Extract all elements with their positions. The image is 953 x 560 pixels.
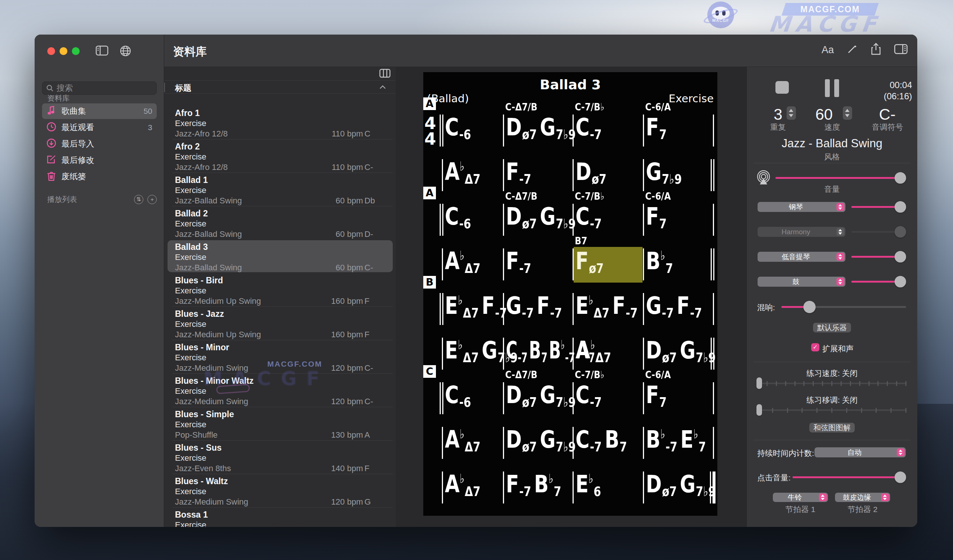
list-header-title-column[interactable]: 标题 [164,80,396,94]
song-row[interactable]: Ballad 2ExerciseJazz-Ballad Swing60 bpmD… [164,206,396,240]
minimize-window-button[interactable] [60,47,67,55]
row-separator [172,507,393,507]
repeats-stepper[interactable] [787,106,796,120]
song-row[interactable]: Ballad 1ExerciseJazz-Ballad Swing60 bpmD… [164,173,396,206]
chord-chart[interactable]: Ballad 3 (Ballad) Exercise A44C-6C-Δ7/BD… [423,72,717,516]
master-volume-slider[interactable] [775,177,906,179]
chord-quality: 7 [659,217,667,230]
style-name[interactable]: Jazz - Ballad Swing [747,137,917,150]
chart-cell: C-7 [576,115,630,151]
chord-symbol: G7♭9 [680,338,716,364]
sort-playlists-button[interactable]: ⇅ [134,195,143,204]
chord-diagram-button[interactable]: 和弦图图解 [809,423,855,432]
chord-quality: -7 [550,306,562,320]
columns-layout-icon[interactable] [379,69,391,79]
song-row[interactable]: Blues - BirdExerciseJazz-Medium Up Swing… [164,273,396,306]
sidebar-toggle-icon[interactable] [96,45,108,58]
player-panel: 00:04 (06:16) 3 重复 60 速度 C- 音调符号 Jazz - … [747,67,917,527]
chord-quality: 7 [659,396,667,409]
instrument-dropdown-4[interactable]: 鼓 [757,277,846,287]
count-in-dropdown[interactable]: 自动 [815,447,906,457]
stop-button[interactable] [775,81,789,94]
metronome-2-dropdown[interactable]: 鼓皮边缘 [835,493,890,502]
chord-quality: -7 [522,306,534,320]
chord-root: B [529,338,541,362]
metronome-1-dropdown[interactable]: 牛铃 [773,493,828,502]
barline [440,382,441,414]
chord-accidental: ♭ [460,160,464,173]
add-playlist-button[interactable]: ＋ [147,195,157,204]
barline [503,204,504,236]
instrument-volume-knob[interactable] [894,276,906,288]
song-row[interactable]: Afro 2ExerciseJazz-Afro 12/8110 bpmC- [164,139,396,173]
share-button[interactable] [870,43,882,57]
click-volume-knob[interactable] [894,472,906,483]
metronome-1-label: 节拍器 1 [775,504,826,515]
reverb-slider[interactable] [781,306,906,308]
song-row[interactable]: Blues - WaltzExerciseJazz-Medium Swing12… [164,474,396,507]
song-key: A [365,430,381,440]
instrument-volume-knob[interactable] [894,226,906,238]
chord-symbol: G-7 [646,294,674,320]
sidebar-item-trash[interactable]: 废纸篓 [42,169,157,184]
close-window-button[interactable] [47,47,55,55]
search-input[interactable]: 搜索 [42,82,157,95]
song-row[interactable]: Ballad 3ExerciseJazz-Ballad Swing60 bpmC… [164,240,396,273]
chord-quality: 7♭9 [556,396,576,409]
zoom-window-button[interactable] [72,47,80,55]
song-row[interactable]: Bossa 1Exercise [164,507,396,527]
song-row[interactable]: Blues - SimpleExercisePop-Shuffle130 bpm… [164,407,396,440]
default-instruments-button[interactable]: 默认乐器 [813,323,851,333]
chord-symbol: F-7 [612,294,638,320]
chord-root: G [680,472,695,496]
song-key: D- [365,229,381,239]
song-key: C- [365,263,381,272]
right-panel-toggle-button[interactable] [894,43,908,56]
tempo-stepper[interactable] [843,106,852,120]
chord-symbol: C-7 [576,115,602,141]
pause-button[interactable] [825,79,839,97]
alt-chord: C-Δ7/B [505,370,537,380]
chord-symbol: C-7 [576,428,602,454]
chord-root: G [540,204,556,228]
chart-cell: F7 [646,204,700,240]
song-bpm: 110 bpm [332,162,363,172]
instrument-volume-knob[interactable] [894,201,906,213]
sidebar-item-label: 最后修改 [61,155,152,166]
chord-root: A [445,249,460,273]
slider-knob[interactable] [756,377,762,389]
chart-cell: A♭Δ7 [445,249,491,285]
instrument-dropdown-3[interactable]: 低音提琴 [757,252,846,262]
sidebar-item-last-modified[interactable]: 最后修改 [42,152,157,168]
reverb-label: 混响: [757,302,775,313]
sidebar-item-label: 最后导入 [61,138,152,150]
barline [643,338,644,370]
slider-knob[interactable] [756,404,762,416]
click-volume-slider[interactable] [793,476,906,478]
chord-quality: 7♭9 [556,128,576,141]
barline [442,472,443,503]
chord-quality: -7 [662,306,674,320]
text-size-button[interactable]: Aa [822,44,834,56]
chart-cell: F-7 [506,249,559,285]
master-volume-knob[interactable] [894,172,906,184]
edit-pencil-button[interactable] [846,43,858,56]
globe-icon[interactable] [120,45,131,58]
song-row[interactable]: Afro 1ExerciseJazz-Afro 12/8110 bpmC [164,105,396,139]
chord-root: E [445,294,458,317]
song-row[interactable]: Blues - JazzExerciseJazz-Medium Up Swing… [164,306,396,340]
sidebar-item-recent[interactable]: 最近观看3 [42,120,157,135]
song-key: F [365,464,381,473]
chart-type-label: Exercise [669,92,714,105]
sidebar-item-songs[interactable]: 歌曲集50 [42,104,157,119]
song-row[interactable]: Blues - SusExerciseJazz-Even 8ths140 bpm… [164,440,396,474]
instrument-volume-knob[interactable] [894,251,906,263]
instrument-dropdown-2[interactable]: Harmony [757,227,846,237]
song-rows: Afro 1ExerciseJazz-Afro 12/8110 bpmCAfro… [164,105,396,527]
reverb-knob[interactable] [803,301,816,313]
extended-harmony-checkbox[interactable]: ✓ [811,343,820,351]
alt-chord: C-6/A [645,370,671,380]
sidebar-item-last-imported[interactable]: 最后导入 [42,136,157,152]
instrument-dropdown-1[interactable]: 钢琴 [757,202,846,212]
song-title: Ballad 3 [175,242,208,252]
